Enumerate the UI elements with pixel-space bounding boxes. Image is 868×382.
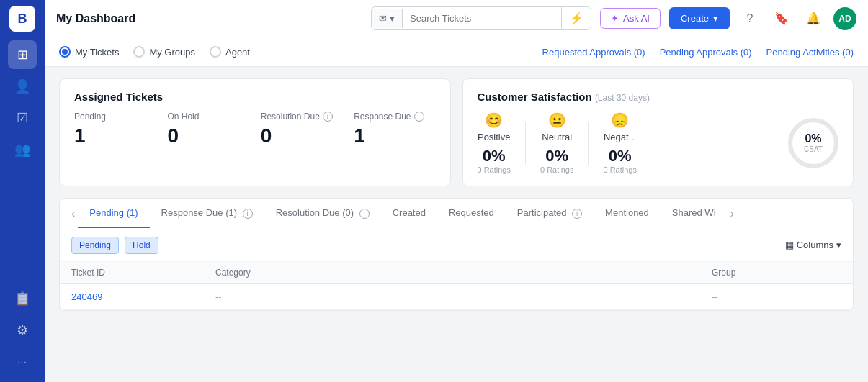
tab-requested[interactable]: Requested [437,199,506,228]
ticket-stats: Pending 1 On Hold 0 Resolution Due i 0 [74,112,436,147]
help-button[interactable]: ? [738,7,761,30]
radio-group: My Tickets My Groups Agent [59,37,542,66]
csat-title: Customer Satisfaction (Last 30 days) [478,91,839,103]
tab-next-button[interactable]: › [728,204,737,223]
tab-prev-button[interactable]: ‹ [68,204,78,223]
filter-tag-hold[interactable]: Hold [125,237,158,254]
filter-button[interactable]: ⚡ [561,7,591,29]
tabs-card: ‹ Pending (1) Response Due (1) i Resolut… [59,198,854,311]
sidebar-icon-reports[interactable]: 📋 [8,284,37,313]
tab-created[interactable]: Created [381,199,437,228]
csat-negative: 😞 Negat... 0% 0 Ratings [603,112,636,174]
csat-circle: 0% CSAT [788,118,838,168]
csat-divider-2 [588,122,589,165]
neutral-icon: 😐 [540,112,573,129]
stat-response-due: Response Due i 1 [354,112,435,147]
csat-grid: 😊 Positive 0% 0 Ratings 😐 Neutral 0% 0 R… [478,112,839,174]
participated-tab-info[interactable]: i [572,209,582,219]
cell-category: -- [215,291,712,302]
sidebar-icon-contacts[interactable]: 👥 [8,135,37,164]
avatar[interactable]: AD [833,7,856,30]
radio-circle-agent [210,46,221,58]
th-ticket-id: Ticket ID [71,268,215,278]
stat-pending-value: 1 [74,124,156,147]
notifications-button[interactable]: 🔔 [802,7,825,30]
radio-my-groups[interactable]: My Groups [133,46,195,58]
requested-approvals-link[interactable]: Requested Approvals (0) [542,47,645,58]
tab-resolution-due[interactable]: Resolution Due (0) i [264,199,381,229]
table-row: 240469 -- -- [60,284,853,310]
search-input[interactable] [403,9,561,28]
create-dropdown-icon: ▾ [713,13,718,24]
cell-ticket-id[interactable]: 240469 [71,291,215,302]
create-button[interactable]: Create ▾ [669,7,730,29]
sidebar-icon-more[interactable]: ··· [8,347,37,376]
csat-circle-pct: 0% [805,132,821,145]
filter-tags-row: Pending Hold ▦ Columns ▾ [60,229,853,262]
stat-on-hold: On Hold 0 [167,112,249,147]
csat-neutral-ratings: 0 Ratings [540,165,573,174]
csat-neutral: 😐 Neutral 0% 0 Ratings [540,112,573,174]
negative-icon: 😞 [603,112,636,129]
sidebar-icon-home[interactable]: ⊞ [8,40,37,69]
tab-mentioned[interactable]: Mentioned [594,199,661,228]
sidebar: B ⊞ 👤 ☑ 👥 📋 ⚙ ··· [0,0,45,382]
csat-negative-label: Negat... [603,132,636,142]
csat-neutral-pct: 0% [540,147,573,165]
stat-resolution-label: Resolution Due i [261,112,342,122]
app-logo[interactable]: B [9,6,35,32]
response-due-tab-info[interactable]: i [243,209,253,219]
search-container: ✉ ▾ ⚡ [371,6,591,30]
sidebar-icon-settings[interactable]: ⚙ [8,316,37,345]
page-title: My Dashboard [56,12,135,25]
search-type-button[interactable]: ✉ ▾ [372,9,403,28]
tab-response-due[interactable]: Response Due (1) i [150,199,264,229]
columns-button[interactable]: ▦ Columns ▾ [785,240,841,250]
tab-pending[interactable]: Pending (1) [78,199,149,228]
th-category: Category [215,268,712,278]
table-header: Ticket ID Category Group [60,262,853,284]
csat-circle-label: CSAT [804,145,823,153]
positive-icon: 😊 [478,112,511,129]
csat-card: Customer Satisfaction (Last 30 days) 😊 P… [462,78,854,186]
sidebar-icon-tickets[interactable]: ☑ [8,104,37,132]
tab-participated[interactable]: Participated i [506,199,594,229]
dashboard-panels: Assigned Tickets Pending 1 On Hold 0 Res… [59,78,854,186]
th-group: Group [712,268,841,278]
csat-negative-ratings: 0 Ratings [603,165,636,174]
stat-pending-label: Pending [74,112,156,122]
sidebar-icon-users[interactable]: 👤 [8,72,37,101]
pending-approvals-link[interactable]: Pending Approvals (0) [660,47,752,58]
bookmark-button[interactable]: 🔖 [770,7,793,30]
csat-negative-pct: 0% [603,147,636,165]
resolution-info-icon[interactable]: i [323,112,333,122]
pending-activities-link[interactable]: Pending Activities (0) [766,47,854,58]
columns-dropdown-icon: ▾ [836,240,841,250]
ask-ai-button[interactable]: ✦ Ask AI [600,8,661,29]
stat-resolution-value: 0 [261,124,342,147]
stat-on-hold-value: 0 [167,124,249,147]
radio-circle-my-tickets [59,46,71,58]
csat-positive: 😊 Positive 0% 0 Ratings [478,112,511,174]
csat-positive-ratings: 0 Ratings [478,165,511,174]
stat-on-hold-label: On Hold [167,112,249,122]
csat-subtitle: (Last 30 days) [595,93,650,103]
radio-my-tickets[interactable]: My Tickets [59,46,119,58]
filter-tag-pending[interactable]: Pending [71,237,119,254]
sub-nav: My Tickets My Groups Agent Requested App… [45,37,868,67]
topbar: My Dashboard ✉ ▾ ⚡ ✦ Ask AI Create ▾ ? 🔖… [45,0,868,37]
approval-links: Requested Approvals (0) Pending Approval… [542,47,854,58]
cell-group: -- [712,291,841,302]
tab-shared-wi[interactable]: Shared Wi [661,199,728,228]
radio-circle-my-groups [133,46,145,58]
csat-positive-pct: 0% [478,147,511,165]
dropdown-arrow: ▾ [390,13,395,24]
csat-positive-label: Positive [478,132,511,142]
columns-icon: ▦ [785,240,794,250]
radio-agent[interactable]: Agent [210,46,250,58]
resolution-due-tab-info[interactable]: i [359,209,370,219]
response-info-icon[interactable]: i [414,112,424,122]
stat-response-value: 1 [354,124,435,147]
csat-neutral-label: Neutral [540,132,573,142]
email-icon: ✉ [379,13,387,24]
